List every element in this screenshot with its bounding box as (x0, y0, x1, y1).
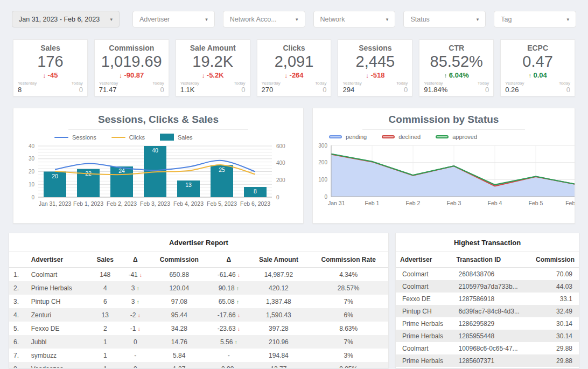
table-row[interactable]: 2.Prime Herbals43 ↑120.0490.18 ↑420.1228… (9, 281, 388, 295)
commission-cell: 44.03 (529, 280, 579, 293)
column-header[interactable]: Δ (209, 252, 248, 268)
column-header[interactable]: Sales (89, 252, 121, 268)
kpi-card-ecpc: ECPC0.47↑ 0.04Yesterday0.26Today0 (500, 39, 575, 96)
sales-cell: 1 (89, 362, 121, 368)
filter-bar: Jan 31, 2023 - Feb 6, 2023 ▾ Advertiser … (0, 0, 588, 27)
column-header[interactable]: Commission (529, 252, 579, 268)
advertiser-cell: symbuzz (27, 349, 89, 362)
legend-item-approved[interactable]: approved (436, 134, 477, 140)
advertiser-cell: Prime Herbals (396, 354, 452, 367)
area-chart-legend: pendingdeclinedapproved (313, 131, 575, 141)
chart-title: Commission by Status (313, 108, 575, 126)
sale-amount-cell: 420.12 (249, 281, 309, 295)
chevron-down-icon: ▾ (205, 17, 208, 22)
table-row[interactable]: Coolmart260843870670.09 (396, 268, 579, 281)
advertiser-cell: Coolmart (396, 280, 452, 293)
table-row[interactable]: Pintup CH6d39fac7-84c8-4d3...32.49 (396, 305, 579, 317)
x-axis-label: Jan 31 (328, 200, 345, 206)
right-axis-tick: 400 (276, 160, 285, 166)
legend-item-pending[interactable]: pending (329, 134, 367, 140)
kpi-yesterday-label: Yesterday (180, 81, 199, 86)
column-header[interactable] (9, 252, 27, 268)
arrow-up-icon: ↑ (236, 286, 239, 291)
column-header[interactable]: Transaction ID (452, 252, 529, 268)
kpi-yesterday-label: Yesterday (262, 81, 281, 86)
x-axis-label: Feb 4, 2023 (173, 200, 204, 207)
kpi-footer: Yesterday8Today0 (18, 81, 83, 94)
advertiser-cell: Coolmart (396, 342, 452, 354)
sale-amount-cell: 397.28 (249, 322, 309, 335)
advertiser-cell: Prime Herbals (396, 317, 452, 330)
table-row[interactable]: 5.Fexxo DE2-1 ↓34.28-23.63 ↓397.288.63% (9, 322, 388, 335)
table-row[interactable]: 7.symbuzz1-5.84-194.843% (9, 349, 388, 362)
column-header[interactable]: Δ (121, 252, 149, 268)
status-filter[interactable]: Status ▾ (403, 11, 486, 27)
kpi-yesterday-value: 0.26 (505, 86, 524, 94)
legend-item-Sales[interactable]: Sales (160, 134, 193, 141)
table-row[interactable]: Coolmart100968c6-0c65-47...29.88 (396, 342, 579, 354)
delta-cell: -2 ↓ (121, 308, 149, 322)
kpi-yesterday: Yesterday8 (18, 81, 37, 94)
table-header-row: AdvertiserSalesΔCommissionΔSale AmountCo… (9, 252, 388, 268)
column-header[interactable]: Commission Rate (309, 252, 388, 268)
commission-cell: 97.08 (149, 295, 209, 308)
commission-rate-cell: 7% (309, 335, 388, 349)
sales-cell: 13 (89, 308, 121, 322)
kpi-delta: ↓ -5.2K (180, 71, 246, 79)
kpi-title: Sessions (342, 44, 408, 52)
kpi-yesterday: Yesterday71.47 (99, 81, 118, 94)
commission-by-status-chart[interactable]: 0100200300Jan 31Feb 1Feb 2Feb 3Feb 4Feb … (315, 141, 575, 214)
kpi-today-label: Today (396, 81, 408, 86)
commission-cell: 1.37 (149, 362, 209, 368)
kpi-card-sales: Sales176↓ -45Yesterday8Today0 (13, 39, 88, 96)
kpi-footer: Yesterday71.47Today0 (99, 81, 164, 94)
table-row[interactable]: 4.Zenturi13-2 ↓95.44-17.66 ↓1,590.436% (9, 308, 388, 322)
tag-filter-label: Tag (501, 16, 512, 23)
legend-item-Clicks[interactable]: Clicks (111, 134, 145, 141)
table-row[interactable]: 3.Pintup CH63 ↑97.0865.08 ↑1,387.487% (9, 295, 388, 308)
kpi-card-sale-amount: Sale Amount19.2K↓ -5.2KYesterday1.1KToda… (176, 39, 250, 96)
commission-rate-cell: 4.34% (309, 268, 388, 282)
column-header[interactable]: Advertiser (27, 252, 89, 268)
table-row[interactable]: 1.Coolmart148-41 ↓650.88-61.46 ↓14,987.9… (9, 268, 388, 282)
arrow-up-icon: ↑ (137, 286, 139, 291)
date-range-filter[interactable]: Jan 31, 2023 - Feb 6, 2023 ▾ (12, 11, 120, 27)
tag-filter[interactable]: Tag ▾ (494, 11, 576, 27)
rank-cell: 3. (9, 295, 27, 308)
legend-item-declined[interactable]: declined (382, 134, 421, 140)
kpi-today-label: Today (152, 81, 164, 86)
sale-amount-cell: 13.77 (249, 362, 309, 368)
date-range-value: Jan 31, 2023 - Feb 6, 2023 (19, 16, 100, 23)
arrow-up-icon: ↑ (444, 72, 447, 79)
sales-cell: 1 (89, 349, 121, 362)
column-header[interactable]: Advertiser (396, 252, 452, 268)
sale-amount-cell: 194.84 (249, 349, 309, 362)
column-header[interactable]: Sale Amount (249, 252, 309, 268)
column-header[interactable]: Commission (149, 252, 209, 268)
sessions-clicks-sales-chart[interactable]: 01020304002004006002022244013258Jan 31, … (20, 142, 293, 215)
arrow-down-icon: ↓ (237, 312, 240, 318)
commission-rate-cell: 28.57% (309, 281, 388, 295)
table-row[interactable]: Prime Herbals128595544830.14 (396, 330, 579, 342)
advertiser-filter[interactable]: Advertiser ▾ (132, 11, 215, 27)
table-row[interactable]: 6.Jubbl1014.765.56 ↑210.967% (9, 335, 388, 349)
table-row[interactable]: Prime Herbals128560737129.88 (396, 354, 579, 367)
table-row[interactable]: Prime Herbals128629582930.14 (396, 317, 579, 330)
table-title: Advertiser Report (9, 233, 388, 252)
network-filter[interactable]: Network ▾ (313, 11, 396, 27)
transaction-id-cell: 1286295829 (452, 317, 529, 330)
kpi-today-value: 0 (396, 86, 408, 94)
tables-row: Advertiser Report AdvertiserSalesΔCommis… (9, 233, 579, 368)
network-account-filter[interactable]: Network Acco... ▾ (223, 11, 305, 27)
table-row[interactable]: 8.Voodoozoo101.37-0.99 ↓13.779.95% (9, 362, 388, 368)
kpi-footer: Yesterday294Today0 (342, 81, 408, 94)
kpi-today-value: 0 (559, 86, 570, 94)
kpi-value: 2,445 (342, 53, 408, 71)
legend-item-Sessions[interactable]: Sessions (54, 134, 96, 141)
arrow-up-icon: ↑ (236, 299, 239, 305)
bar-value-label: 40 (152, 147, 158, 154)
table-row[interactable]: Fexxo DE128758691833.1 (396, 293, 579, 305)
table-row[interactable]: Prime Herbals128560648529.88 (396, 367, 579, 368)
table-row[interactable]: Coolmart2105979a7da733b...44.03 (396, 280, 579, 293)
kpi-yesterday-label: Yesterday (99, 81, 118, 86)
